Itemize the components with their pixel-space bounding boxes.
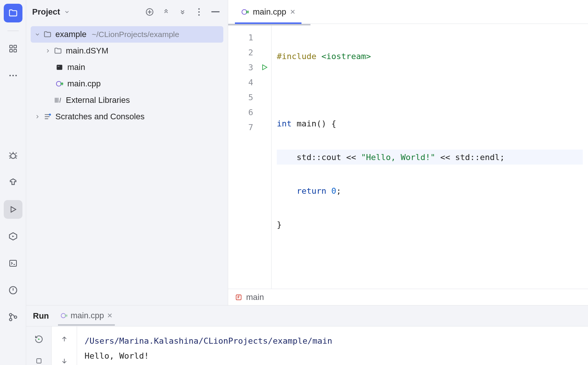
cpp-file-icon <box>54 80 65 88</box>
project-tool-button[interactable] <box>4 4 22 22</box>
console-output[interactable]: /Users/Marina.Kalashina/CLionProjects/ex… <box>77 326 588 365</box>
scratches-icon <box>42 113 53 121</box>
svg-point-12 <box>9 318 12 321</box>
run-console-toolbar <box>52 326 77 365</box>
svg-point-6 <box>15 75 17 76</box>
run-config-label: main.cpp <box>71 311 104 320</box>
svg-point-25 <box>61 313 65 318</box>
code-content[interactable]: #include <iostream> int main() { std::co… <box>272 25 588 289</box>
tree-item-main-binary[interactable]: main <box>31 59 223 76</box>
down-stack-icon[interactable] <box>57 353 72 365</box>
tree-root-path: ~/CLionProjects/example <box>92 30 179 39</box>
chevron-right-icon <box>43 48 52 54</box>
close-config-icon[interactable]: ✕ <box>107 312 113 320</box>
function-icon <box>235 294 242 301</box>
close-tab-icon[interactable]: ✕ <box>290 8 295 16</box>
console-line: /Users/Marina.Kalashina/CLionProjects/ex… <box>85 333 581 348</box>
binary-icon <box>54 64 65 71</box>
svg-rect-0 <box>10 45 12 48</box>
tree-item-label: main <box>67 62 85 72</box>
svg-rect-3 <box>14 49 16 52</box>
library-icon <box>52 96 64 104</box>
svg-point-15 <box>198 8 200 10</box>
tree-external-libraries[interactable]: External Libraries <box>31 92 223 108</box>
svg-rect-26 <box>37 359 41 363</box>
chevron-right-icon <box>33 114 42 120</box>
editor-breadcrumbs[interactable]: main <box>228 289 588 305</box>
run-left-toolbar <box>26 326 52 365</box>
breadcrumb-label: main <box>246 292 264 302</box>
tree-item-label: main.dSYM <box>66 46 108 56</box>
svg-rect-9 <box>10 260 16 266</box>
tree-item-main-dsym[interactable]: main.dSYM <box>31 43 223 59</box>
gutter-line[interactable]: 4 <box>228 75 271 90</box>
structure-tool-button[interactable] <box>4 39 22 58</box>
tree-scratches-label: Scratches and Consoles <box>55 112 144 122</box>
rerun-button[interactable] <box>31 332 46 347</box>
svg-point-5 <box>12 75 14 76</box>
run-panel-title: Run <box>33 311 49 321</box>
editor-tab-label: main.cpp <box>253 7 286 17</box>
expand-all-icon[interactable] <box>160 6 172 18</box>
cpp-file-icon <box>241 8 249 16</box>
vcs-tool-button[interactable] <box>4 308 22 326</box>
tree-item-label: main.cpp <box>67 79 101 89</box>
folder-icon <box>42 30 53 39</box>
gutter-line[interactable]: 3 <box>228 60 271 75</box>
svg-point-7 <box>10 154 15 159</box>
folder-icon <box>52 47 64 55</box>
svg-rect-18 <box>211 11 220 12</box>
tree-item-main-cpp[interactable]: main.cpp <box>31 76 223 92</box>
svg-point-22 <box>49 114 51 116</box>
svg-point-4 <box>9 75 11 76</box>
tree-root-label: example <box>55 30 86 39</box>
collapse-all-icon[interactable] <box>176 6 189 18</box>
svg-point-21 <box>56 82 61 86</box>
svg-point-23 <box>242 9 247 14</box>
tree-scratches[interactable]: Scratches and Consoles <box>31 108 223 125</box>
left-tool-strip <box>0 0 26 365</box>
svg-rect-2 <box>10 49 12 52</box>
tree-root-example[interactable]: example ~/CLionProjects/example <box>31 26 223 43</box>
chevron-down-icon <box>33 31 42 37</box>
run-panel: Run main.cpp ✕ <box>26 305 588 365</box>
build-tool-button[interactable] <box>4 173 22 192</box>
hide-panel-icon[interactable] <box>209 6 222 18</box>
separator <box>7 31 19 31</box>
project-panel-title: Project <box>32 7 60 17</box>
project-panel: Project example ~/CLionProjects/example <box>26 0 228 305</box>
run-config-tab[interactable]: main.cpp ✕ <box>58 306 115 326</box>
svg-point-17 <box>198 14 200 16</box>
terminal-tool-button[interactable] <box>4 254 22 273</box>
services-tool-button[interactable] <box>4 227 22 246</box>
more-tools-button[interactable] <box>4 66 22 85</box>
gutter-line[interactable]: 6 <box>228 105 271 120</box>
code-editor[interactable]: 1 2 3 4 5 6 7 #include <iostream> int ma… <box>228 25 588 289</box>
editor-area: main.cpp ✕ 1 2 3 4 5 6 7 <box>228 0 588 305</box>
svg-rect-19 <box>57 65 62 70</box>
tree-external-label: External Libraries <box>66 95 130 105</box>
editor-tabs: main.cpp ✕ <box>228 0 588 24</box>
project-tree: example ~/CLionProjects/example main.dSY… <box>26 24 228 127</box>
editor-gutter: 1 2 3 4 5 6 7 <box>228 25 272 289</box>
select-opened-file-icon[interactable] <box>143 6 156 18</box>
gutter-line[interactable]: 7 <box>228 120 271 135</box>
run-tool-button[interactable] <box>4 200 22 219</box>
cpp-file-icon <box>60 312 68 319</box>
panel-options-icon[interactable] <box>193 6 205 18</box>
svg-rect-20 <box>58 66 59 67</box>
gutter-line[interactable]: 5 <box>228 90 271 105</box>
editor-tab-main-cpp[interactable]: main.cpp ✕ <box>235 0 301 24</box>
stop-button[interactable] <box>31 353 46 365</box>
console-line <box>85 363 581 365</box>
project-dropdown-icon[interactable] <box>64 9 70 15</box>
run-gutter-icon[interactable] <box>261 64 268 71</box>
up-stack-icon[interactable] <box>57 332 72 347</box>
gutter-line[interactable]: 1 <box>228 30 271 45</box>
svg-rect-1 <box>14 45 16 48</box>
debug-tool-button[interactable] <box>4 146 22 165</box>
problems-tool-button[interactable] <box>4 281 22 300</box>
svg-point-16 <box>198 11 200 13</box>
svg-point-11 <box>9 313 12 316</box>
gutter-line[interactable]: 2 <box>228 45 271 60</box>
